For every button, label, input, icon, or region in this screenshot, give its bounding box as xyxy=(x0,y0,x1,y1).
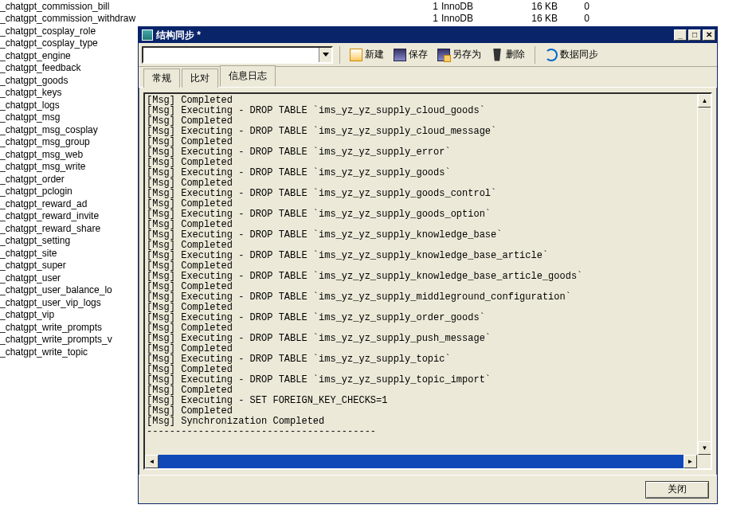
table-name-cell: _chatgpt_commission_bill xyxy=(0,1,406,12)
table-row[interactable]: _chatgpt_commission_bill1InnoDB16 KB0 xyxy=(0,0,756,13)
save-label: 保存 xyxy=(409,48,428,61)
table-cell: InnoDB xyxy=(438,13,486,24)
table-cell: InnoDB xyxy=(438,1,486,12)
table-cell: 0 xyxy=(558,1,590,12)
new-button[interactable]: 新建 xyxy=(347,46,387,63)
log-text: [Msg] Completed [Msg] Executing - DROP T… xyxy=(147,96,696,437)
dialog-content: [Msg] Completed [Msg] Executing - DROP T… xyxy=(139,88,717,475)
table-cell: 0 xyxy=(558,13,590,24)
saveas-icon xyxy=(437,49,450,61)
table-cell: 16 KB xyxy=(486,1,558,12)
maximize-button[interactable]: □ xyxy=(688,29,701,41)
dialog-icon xyxy=(142,29,153,41)
sync-icon xyxy=(545,49,558,61)
toolbar-separator xyxy=(535,46,535,64)
save-button[interactable]: 保存 xyxy=(390,46,431,63)
tab-log-label: 信息日志 xyxy=(229,70,267,81)
tab-log[interactable]: 信息日志 xyxy=(220,65,276,87)
minimize-button[interactable]: _ xyxy=(674,29,687,41)
tab-general-label: 常规 xyxy=(152,72,171,84)
toolbar: 新建 保存 另存为 删除 数据同步 xyxy=(139,43,717,67)
data-sync-button[interactable]: 数据同步 xyxy=(542,46,601,63)
saveas-button[interactable]: 另存为 xyxy=(434,46,484,63)
combobox-dropdown-icon[interactable] xyxy=(319,48,331,62)
vertical-scrollbar[interactable]: ▲ ▼ xyxy=(697,94,711,455)
tabbar: 常规 比对 信息日志 xyxy=(139,67,717,88)
delete-label: 删除 xyxy=(506,48,525,61)
save-icon xyxy=(394,49,406,61)
toolbar-separator xyxy=(339,46,340,64)
dialog-title: 结构同步 * xyxy=(156,29,201,42)
titlebar[interactable]: 结构同步 * _ □ ✕ xyxy=(139,27,717,43)
sync-label: 数据同步 xyxy=(560,48,598,61)
scroll-down-icon[interactable]: ▼ xyxy=(698,441,711,455)
table-name-cell: _chatgpt_commission_withdraw xyxy=(0,13,406,24)
table-cell: 1 xyxy=(406,13,438,24)
new-label: 新建 xyxy=(365,48,384,61)
table-row[interactable]: _chatgpt_commission_withdraw1InnoDB16 KB… xyxy=(0,13,756,25)
profile-combobox[interactable] xyxy=(142,46,333,64)
close-window-button[interactable]: ✕ xyxy=(703,29,715,41)
structure-sync-dialog: 结构同步 * _ □ ✕ 新建 保存 另存为 删除 数据同步 xyxy=(138,26,718,504)
size-grip xyxy=(697,455,711,468)
close-button-label: 关闭 xyxy=(668,483,687,496)
scroll-track[interactable] xyxy=(159,455,684,468)
tab-compare-label: 比对 xyxy=(190,72,210,84)
table-cell: 1 xyxy=(406,1,438,12)
new-icon xyxy=(350,49,362,61)
saveas-label: 另存为 xyxy=(452,48,481,61)
table-cell: 16 KB xyxy=(486,13,558,24)
scroll-left-icon[interactable]: ◄ xyxy=(145,455,159,468)
scroll-right-icon[interactable]: ► xyxy=(684,455,697,468)
close-button[interactable]: 关闭 xyxy=(645,481,709,499)
horizontal-scrollbar[interactable]: ◄ ► xyxy=(145,455,697,468)
scroll-up-icon[interactable]: ▲ xyxy=(698,94,711,108)
log-textarea[interactable]: [Msg] Completed [Msg] Executing - DROP T… xyxy=(143,92,712,470)
tab-compare[interactable]: 比对 xyxy=(182,68,218,88)
delete-icon xyxy=(491,49,503,61)
dialog-footer: 关闭 xyxy=(139,475,717,503)
delete-button[interactable]: 删除 xyxy=(488,46,528,63)
tab-general[interactable]: 常规 xyxy=(143,68,180,88)
